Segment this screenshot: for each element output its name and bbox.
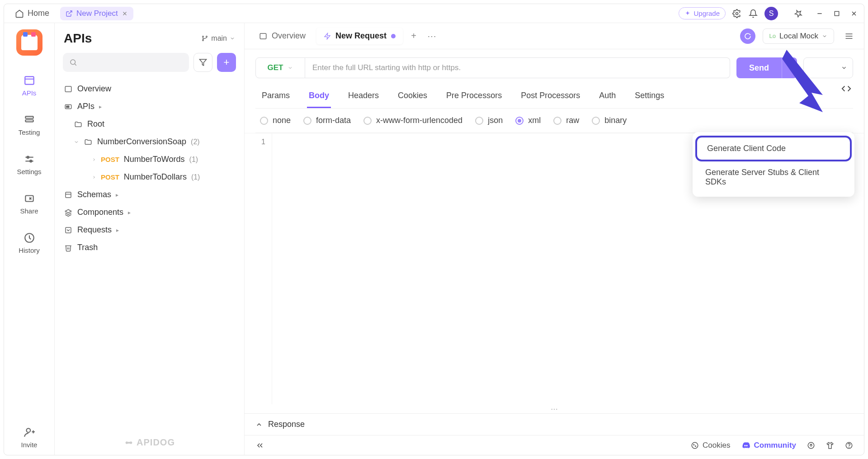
chevron-down-icon [230,36,235,41]
generate-code-icon[interactable] [841,84,851,94]
home-label: Home [28,9,49,18]
app-logo[interactable] [16,29,42,56]
subtab-settings[interactable]: Settings [633,86,666,108]
chevron-right-icon [92,175,96,180]
tree-trash[interactable]: Trash [58,239,241,256]
nav-share[interactable]: Share [4,186,54,221]
svg-rect-8 [25,76,34,84]
cookie-icon [691,441,699,450]
svg-point-47 [849,447,849,447]
folder-icon [74,120,83,129]
url-input[interactable]: Enter the full URL starting with http or… [305,57,730,78]
svg-point-43 [695,445,696,446]
brand-footer: APIDOG [55,430,244,455]
nav-label: APIs [22,89,37,97]
hamburger-icon[interactable] [841,28,857,44]
tree-endpoint[interactable]: POST NumberToDollars (1) [58,168,241,186]
drag-handle[interactable]: ⋯ [245,404,864,413]
pin-icon[interactable] [793,9,803,19]
chevron-up-icon [255,421,263,428]
nav-label: Share [20,207,38,215]
nav-settings[interactable]: Settings [4,147,54,182]
search-input[interactable] [63,53,189,72]
add-tab-button[interactable]: + [406,29,421,43]
subtab-body[interactable]: Body [307,86,331,108]
bodytype-urlencoded[interactable]: x-www-form-urlencoded [363,116,462,125]
upgrade-button[interactable]: Upgrade [679,7,726,19]
upload-icon[interactable] [807,441,815,450]
bell-icon[interactable] [748,9,758,19]
svg-rect-27 [65,86,71,92]
svg-marker-37 [325,33,330,39]
subtab-auth[interactable]: Auth [597,86,618,108]
bodytype-none[interactable]: none [260,116,291,125]
nav-invite[interactable]: Invite [4,420,54,455]
tree-folder[interactable]: NumberConversionSoap (2) [58,133,241,151]
subtab-postprocessors[interactable]: Post Processors [519,86,582,108]
method-selector[interactable]: GET [255,57,305,78]
dropdown-generate-client[interactable]: Generate Client Code [695,136,852,161]
discord-icon [741,441,750,450]
brand-icon [124,438,134,448]
chevron-right-icon [92,157,96,162]
filter-button[interactable] [193,53,212,72]
annotation-arrow [778,45,841,118]
tab-overview[interactable]: Overview [252,28,313,44]
more-tabs-icon[interactable]: ⋯ [425,29,439,43]
home-icon [15,9,24,18]
maximize-icon[interactable] [833,10,840,17]
close-icon[interactable] [122,10,128,17]
tree-root[interactable]: Root [58,115,241,133]
minimize-icon[interactable] [816,10,823,17]
svg-point-41 [692,442,698,449]
tree-requests[interactable]: Requests ▸ [58,221,241,239]
nav-testing[interactable]: Testing [4,108,54,142]
tree-components[interactable]: Components ▸ [58,203,241,221]
subtab-cookies[interactable]: Cookies [396,86,429,108]
svg-rect-5 [835,11,839,15]
svg-point-42 [693,444,694,445]
status-community[interactable]: Community [741,441,797,450]
tree-endpoint[interactable]: POST NumberToWords (1) [58,151,241,168]
bodytype-raw[interactable]: raw [553,116,579,125]
svg-line-25 [75,64,76,65]
svg-point-21 [203,36,204,38]
svg-rect-32 [66,227,71,233]
editor-gutter: 1 [245,133,272,404]
bodytype-xml[interactable]: xml [515,116,541,125]
nav-history[interactable]: History [4,226,54,260]
response-toggle[interactable]: Response [245,413,864,435]
avatar[interactable]: S [764,7,778,20]
close-window-icon[interactable] [850,10,858,17]
collapse-icon[interactable] [255,441,264,450]
svg-rect-11 [25,120,33,122]
add-button[interactable]: + [217,53,236,72]
env-refresh-button[interactable] [740,28,755,44]
subtab-params[interactable]: Params [260,86,292,108]
bodytype-binary[interactable]: binary [592,116,627,125]
shirt-icon[interactable] [826,441,834,450]
subtab-headers[interactable]: Headers [346,86,381,108]
bodytype-formdata[interactable]: form-data [303,116,351,125]
nav-apis[interactable]: APIs [4,68,54,103]
tree-overview[interactable]: Overview [58,80,241,98]
subtab-preprocessors[interactable]: Pre Processors [444,86,504,108]
components-icon [64,208,73,217]
settings-gear-icon[interactable] [732,9,742,19]
help-icon[interactable] [845,441,853,450]
bodytype-json[interactable]: json [475,116,503,125]
status-cookies[interactable]: Cookies [691,441,730,450]
dropdown-generate-stubs[interactable]: Generate Server Stubs & Client SDKs [695,161,852,193]
branch-selector[interactable]: main [201,34,235,43]
sidepanel-title: APIs [64,31,92,46]
tab-new-request[interactable]: New Request [316,28,403,44]
home-tab[interactable]: Home [10,7,54,20]
tree-schemas[interactable]: Schemas ▸ [58,186,241,203]
tree-apis[interactable]: 96 APIs ▸ [58,98,241,115]
environment-selector[interactable]: Lo Local Mock [763,28,834,44]
search-icon [69,58,77,66]
project-label: New Project [76,9,118,18]
project-tab[interactable]: New Project [60,7,133,20]
trash-icon [64,243,73,252]
generate-code-dropdown: Generate Client Code Generate Server Stu… [693,132,854,197]
